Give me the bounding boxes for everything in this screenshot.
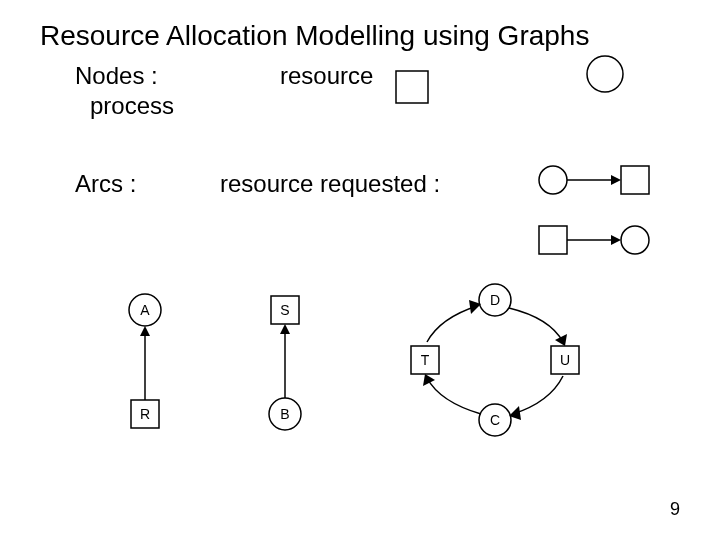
arc-held-icon xyxy=(535,160,655,200)
svg-rect-0 xyxy=(396,71,428,103)
svg-marker-5 xyxy=(611,175,621,185)
node-c-label: C xyxy=(490,412,500,428)
node-s-label: S xyxy=(280,302,289,318)
svg-point-2 xyxy=(539,166,567,194)
node-t-label: T xyxy=(421,352,430,368)
node-r-label: R xyxy=(140,406,150,422)
process-node-icon xyxy=(395,70,429,104)
node-d-label: D xyxy=(490,292,500,308)
arcs-label: Arcs : xyxy=(75,170,136,198)
svg-marker-22 xyxy=(555,334,567,346)
arc-requested-icon xyxy=(535,220,655,260)
svg-rect-6 xyxy=(539,226,567,254)
figure-a: A R xyxy=(105,290,185,440)
node-u-label: U xyxy=(560,352,570,368)
svg-point-1 xyxy=(587,56,623,92)
svg-marker-17 xyxy=(280,324,290,334)
svg-marker-13 xyxy=(140,326,150,336)
svg-marker-24 xyxy=(423,374,435,386)
page-title: Resource Allocation Modelling using Grap… xyxy=(40,20,589,52)
node-b-label: B xyxy=(280,406,289,422)
figure-c: D C T U xyxy=(395,280,595,450)
requested-label: resource requested : xyxy=(220,170,440,198)
nodes-label: Nodes : xyxy=(75,62,158,90)
page-number: 9 xyxy=(670,499,680,520)
process-label: process xyxy=(90,92,174,120)
svg-point-7 xyxy=(621,226,649,254)
node-a-label: A xyxy=(140,302,150,318)
svg-rect-3 xyxy=(621,166,649,194)
svg-marker-9 xyxy=(611,235,621,245)
figure-b: S B xyxy=(245,290,325,440)
resource-node-icon xyxy=(585,54,625,94)
resource-label: resource xyxy=(280,62,373,90)
